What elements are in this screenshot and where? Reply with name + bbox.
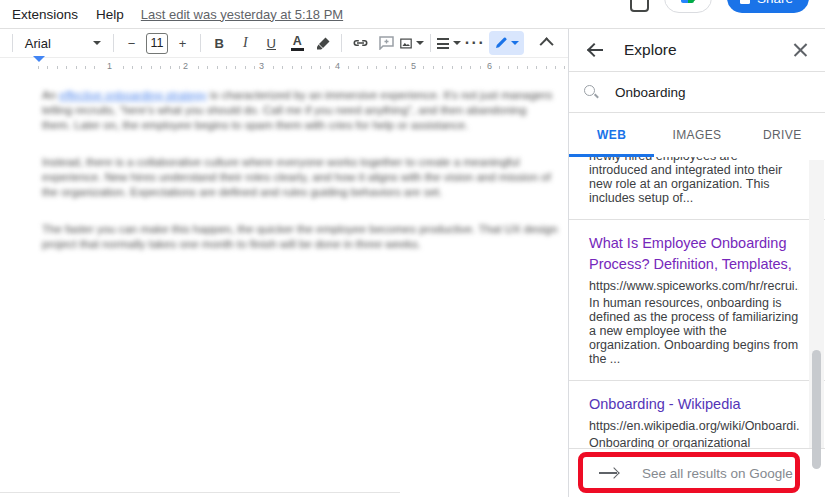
search-result[interactable]: What Is Employee Onboarding Process? Def… xyxy=(569,220,825,381)
italic-button[interactable]: I xyxy=(233,31,257,55)
editing-mode-button[interactable] xyxy=(489,31,524,55)
font-size-input[interactable]: 11 xyxy=(146,33,169,54)
search-results-list: newly hired employees are introduced and… xyxy=(569,157,825,448)
document-page[interactable]: An effective onboarding strategy is char… xyxy=(0,76,568,497)
chevron-down-icon xyxy=(453,41,461,45)
ellipsis-icon xyxy=(465,34,485,52)
see-all-results-label: See all results on Google xyxy=(642,466,793,481)
tab-web[interactable]: WEB xyxy=(569,113,654,157)
toolbar-divider xyxy=(341,34,342,52)
tab-drive[interactable]: DRIVE xyxy=(740,113,825,157)
indent-marker[interactable] xyxy=(33,62,45,73)
result-snippet: In human resources, onboarding is define… xyxy=(589,296,799,366)
share-button[interactable]: Share xyxy=(727,0,809,13)
google-docs-app: Extensions Help Last edit was yesterday … xyxy=(0,0,825,497)
decrease-font-size-button[interactable]: − xyxy=(120,31,144,55)
search-input-value: Onboarding xyxy=(615,85,686,100)
ruler-number: 6 xyxy=(484,61,495,71)
link-icon xyxy=(352,38,369,48)
paragraph: The faster you can make this happen, the… xyxy=(42,222,558,252)
share-button-label: Share xyxy=(757,0,793,6)
font-name-value: Arial xyxy=(25,36,65,51)
search-result[interactable]: newly hired employees are introduced and… xyxy=(569,157,825,220)
paragraph: Instead, there is a collaborative cultur… xyxy=(42,155,558,200)
image-icon xyxy=(400,37,412,50)
document-text: An effective onboarding strategy is char… xyxy=(42,88,558,274)
back-arrow-icon[interactable] xyxy=(587,41,605,59)
search-result[interactable]: Onboarding - Wikipedia https://en.wikipe… xyxy=(569,381,825,448)
result-snippet: Onboarding or organizational socializati… xyxy=(589,436,799,448)
add-comment-button[interactable] xyxy=(374,31,398,55)
last-edit-link[interactable]: Last edit was yesterday at 5:18 PM xyxy=(141,7,343,22)
align-button[interactable] xyxy=(437,31,461,55)
formatting-toolbar: Arial − 11 + B I U A xyxy=(0,29,568,58)
scrollbar-thumb[interactable] xyxy=(812,350,821,469)
result-title-link[interactable]: What Is Employee Onboarding Process? Def… xyxy=(589,233,799,275)
explore-tabs: WEB IMAGES DRIVE xyxy=(569,113,825,157)
meet-camera-icon xyxy=(681,0,694,3)
result-url: https://www.spiceworks.com/hr/recrui... xyxy=(589,279,799,293)
pencil-icon xyxy=(495,37,507,49)
lock-icon xyxy=(740,0,750,4)
current-color-bar xyxy=(291,48,304,51)
underline-button[interactable]: U xyxy=(259,31,283,55)
highlighter-icon xyxy=(316,36,331,51)
ruler-number: 4 xyxy=(332,61,343,71)
top-right-actions: Share xyxy=(630,0,809,13)
hide-menus-button[interactable] xyxy=(536,31,560,55)
comment-history-icon[interactable] xyxy=(630,0,649,12)
toolbar-divider xyxy=(200,34,201,52)
chevron-down-icon xyxy=(93,41,101,45)
ruler-number: 1 xyxy=(104,61,115,71)
increase-font-size-button[interactable]: + xyxy=(170,31,194,55)
align-left-icon xyxy=(437,38,449,49)
see-all-results-button[interactable]: See all results on Google xyxy=(569,448,825,497)
toolbar-divider xyxy=(113,34,114,52)
result-url: https://en.wikipedia.org/wiki/Onboardi..… xyxy=(589,419,799,433)
more-options-button[interactable] xyxy=(463,31,487,55)
chevron-down-icon xyxy=(416,41,424,45)
result-snippet: newly hired employees are introduced and… xyxy=(589,157,799,205)
chevron-down-icon xyxy=(511,41,519,45)
paragraph: An effective onboarding strategy is char… xyxy=(42,88,558,133)
search-icon xyxy=(584,85,599,100)
toolbar-divider xyxy=(430,34,431,52)
bold-button[interactable]: B xyxy=(207,31,231,55)
ruler: 1 2 3 4 5 6 xyxy=(0,59,568,76)
page-boundary xyxy=(0,492,400,493)
menu-help[interactable]: Help xyxy=(87,4,133,25)
explore-panel: Explore Onboarding WEB IMAGES DRIVE newl… xyxy=(568,29,825,497)
tab-images[interactable]: IMAGES xyxy=(654,113,739,157)
insert-image-button[interactable] xyxy=(400,31,424,55)
toolbar-divider xyxy=(12,34,13,52)
font-family-select[interactable]: Arial xyxy=(19,31,107,55)
highlight-color-button[interactable] xyxy=(311,31,335,55)
explore-title: Explore xyxy=(624,41,677,59)
ruler-number: 2 xyxy=(180,61,191,71)
ruler-number: 5 xyxy=(408,61,419,71)
document-hyperlink[interactable]: effective onboarding strategy xyxy=(59,89,206,101)
explore-header: Explore xyxy=(569,29,825,72)
explore-search-field[interactable]: Onboarding xyxy=(569,72,825,113)
arrow-right-icon xyxy=(599,466,619,480)
text-color-button[interactable]: A xyxy=(285,31,309,55)
comment-plus-icon xyxy=(379,36,394,50)
menu-bar: Extensions Help Last edit was yesterday … xyxy=(0,0,825,29)
result-title-link[interactable]: Onboarding - Wikipedia xyxy=(589,394,799,415)
text-color-label: A xyxy=(293,36,302,47)
insert-link-button[interactable] xyxy=(348,31,372,55)
ruler-number: 3 xyxy=(256,61,267,71)
menu-extensions[interactable]: Extensions xyxy=(3,4,87,25)
close-icon[interactable] xyxy=(793,42,809,58)
meet-button[interactable] xyxy=(664,0,712,13)
